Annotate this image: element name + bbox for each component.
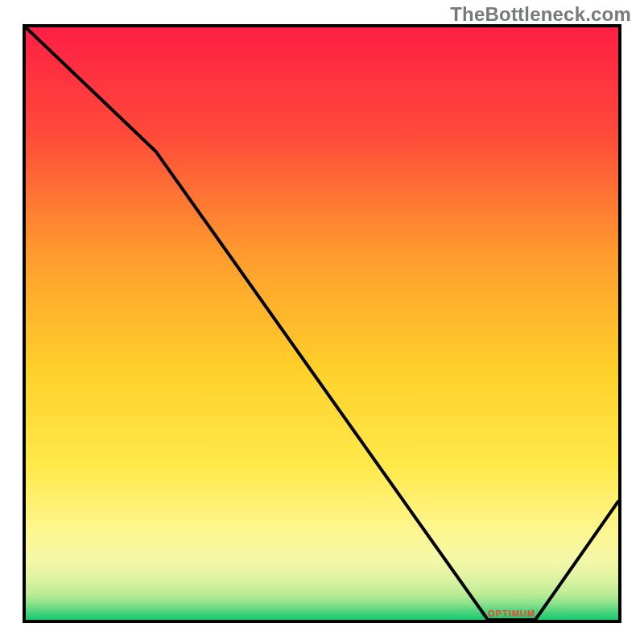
- plot-area: OPTIMUM: [26, 27, 618, 620]
- chart-frame: TheBottleneck.com: [0, 0, 644, 644]
- watermark-text: TheBottleneck.com: [450, 3, 631, 26]
- optimum-label: OPTIMUM: [488, 609, 535, 618]
- plot-border: OPTIMUM: [23, 24, 621, 623]
- bottleneck-line: [26, 27, 618, 620]
